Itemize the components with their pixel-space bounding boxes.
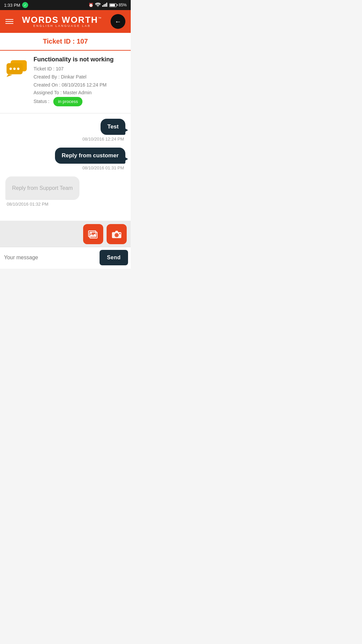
svg-rect-4 (106, 3, 107, 7)
ticket-title: Functionality is not working (34, 56, 114, 63)
ticket-id-detail: Ticket ID : 107 (34, 65, 114, 73)
battery-icon: 85% (109, 3, 127, 7)
ticket-icon-wrapper (5, 57, 29, 79)
svg-point-8 (13, 67, 16, 70)
message-bubble-received-1: Reply from Support Team (5, 176, 79, 200)
status-time: 1:33 PM (4, 3, 20, 8)
svg-rect-2 (104, 4, 105, 7)
ticket-created-by: Created By : Dinkar Patel (34, 73, 114, 81)
back-button[interactable]: ← (111, 14, 125, 29)
hamburger-button[interactable] (5, 19, 13, 24)
wifi-icon (95, 3, 101, 8)
chat-area: Test 08/10/2016 12:24 PM Reply from cust… (0, 113, 131, 221)
svg-point-9 (17, 67, 19, 70)
logo-sub: ENGLISH LANGUAGE LAB (13, 24, 111, 28)
svg-rect-19 (119, 233, 121, 234)
signal-icon (102, 3, 108, 8)
ticket-info-section: Functionality is not working Ticket ID :… (0, 51, 131, 113)
message-input[interactable] (3, 251, 97, 264)
message-row-sent-2: Reply from customer 08/10/2016 01:31 PM (5, 148, 125, 170)
ticket-created-on: Created On : 08/10/2016 12:24 PM (34, 81, 114, 89)
message-row-received-1: Reply from Support Team 08/10/2016 01:32… (5, 176, 125, 207)
svg-rect-1 (102, 5, 103, 7)
battery-percent: 85% (119, 3, 127, 7)
camera-button[interactable] (107, 224, 127, 244)
send-button[interactable]: Send (100, 250, 128, 265)
message-time-received-1: 08/10/2016 01:32 PM (5, 202, 48, 207)
svg-point-18 (116, 234, 118, 236)
action-buttons-area (0, 221, 131, 247)
ticket-id-label: Ticket ID : 107 (43, 38, 88, 45)
chat-bubble-icon (5, 57, 29, 77)
alarm-icon: ⏰ (88, 3, 94, 7)
svg-rect-3 (105, 4, 106, 7)
ticket-assigned-to: Assigned To : Master Admin (34, 89, 114, 97)
ticket-status-line: Status : in process (34, 97, 114, 106)
svg-rect-12 (89, 231, 97, 237)
header: WORDS WORTH™ ENGLISH LANGUAGE LAB ← (0, 10, 131, 33)
svg-point-13 (90, 232, 92, 234)
message-time-sent-2: 08/10/2016 01:31 PM (82, 165, 125, 170)
message-text-sent-2: Reply from customer (62, 152, 119, 159)
message-text-sent-1: Test (107, 123, 119, 130)
message-input-area: Send (0, 247, 131, 269)
status-bar: 1:33 PM ✓ ⏰ 85% (0, 0, 131, 10)
logo-area: WORDS WORTH™ ENGLISH LANGUAGE LAB (13, 15, 111, 28)
message-text-received-1: Reply from Support Team (12, 185, 73, 191)
message-time-sent-1: 08/10/2016 12:24 PM (82, 137, 125, 142)
logo-main: WORDS WORTH™ (13, 15, 111, 24)
svg-point-7 (9, 67, 12, 70)
message-bubble-sent-1: Test (101, 119, 125, 135)
gallery-button[interactable] (83, 224, 103, 244)
gallery-icon (88, 229, 99, 239)
ticket-id-bar: Ticket ID : 107 (0, 33, 131, 51)
message-bubble-sent-2: Reply from customer (55, 148, 125, 164)
whatsapp-icon: ✓ (22, 2, 28, 8)
svg-point-0 (97, 6, 98, 7)
ticket-details: Functionality is not working Ticket ID :… (34, 56, 114, 106)
back-arrow-icon: ← (115, 18, 121, 25)
message-row-sent-1: Test 08/10/2016 12:24 PM (5, 119, 125, 142)
status-badge: in process (53, 97, 82, 106)
camera-icon (111, 229, 122, 239)
